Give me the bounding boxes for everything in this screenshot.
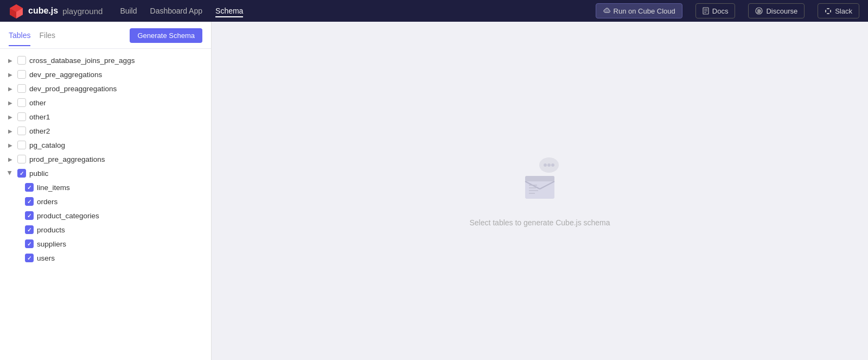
empty-state-illustration (510, 155, 570, 210)
checkbox-prod-pre[interactable] (17, 155, 26, 163)
checkbox-suppliers[interactable] (25, 239, 34, 248)
tree-item-other2[interactable]: ▶ other2 (0, 124, 211, 138)
svg-rect-19 (525, 176, 554, 181)
arrow-icon: ▶ (7, 141, 14, 149)
arrow-icon: ▶ (7, 71, 14, 78)
tree-item-cross-database[interactable]: ▶ cross_database_joins_pre_aggs (0, 53, 211, 67)
arrow-icon: ▶ (7, 169, 14, 177)
checkbox-products[interactable] (25, 225, 34, 234)
tree-item-dev-pre[interactable]: ▶ dev_pre_aggregations (0, 67, 211, 81)
tree-label: users (37, 254, 55, 262)
checkbox-public[interactable] (17, 169, 26, 178)
sidebar: Tables Files Generate Schema ▶ cross_dat… (0, 22, 212, 360)
cloud-icon (603, 8, 610, 14)
tree-item-suppliers[interactable]: suppliers (0, 237, 211, 251)
svg-rect-10 (827, 8, 829, 9)
logo-name: cube.js (28, 6, 58, 16)
checkbox-dev-prod[interactable] (17, 84, 26, 93)
discourse-icon (755, 7, 763, 15)
tree-label: prod_pre_aggregations (29, 155, 105, 163)
docs-icon (703, 7, 709, 15)
tree-label: product_categories (37, 212, 99, 220)
tree-item-other1[interactable]: ▶ other1 (0, 110, 211, 124)
tree-item-prod-pre[interactable]: ▶ prod_pre_aggregations (0, 152, 211, 166)
svg-rect-9 (825, 10, 826, 12)
checkbox-pg-catalog[interactable] (17, 141, 26, 149)
slack-label: Slack (835, 7, 852, 15)
checkbox-users[interactable] (25, 254, 34, 262)
checkbox-line-items[interactable] (25, 183, 34, 192)
empty-state-message: Select tables to generate Cube.js schema (469, 218, 610, 227)
tree-item-line-items[interactable]: line_items (0, 180, 211, 194)
tree-label: public (29, 169, 48, 178)
run-cloud-label: Run on Cube Cloud (614, 7, 675, 15)
checkbox-cross-database[interactable] (17, 56, 26, 65)
checkbox-other[interactable] (17, 98, 26, 107)
svg-point-14 (544, 163, 547, 167)
tree-item-dev-prod[interactable]: ▶ dev_prod_preaggregations (0, 81, 211, 96)
tree-item-products[interactable]: products (0, 223, 211, 237)
nav-schema[interactable]: Schema (215, 4, 243, 17)
tree-item-public[interactable]: ▶ public (0, 166, 211, 180)
tree-item-orders[interactable]: orders (0, 194, 211, 209)
docs-button[interactable]: Docs (695, 3, 736, 18)
tree-item-pg-catalog[interactable]: ▶ pg_catalog (0, 138, 211, 152)
tree-label: line_items (37, 184, 70, 192)
svg-rect-11 (830, 10, 831, 12)
tree-label: other1 (29, 113, 50, 121)
arrow-icon: ▶ (7, 155, 14, 163)
tree-label: orders (37, 198, 58, 206)
run-cloud-button[interactable]: Run on Cube Cloud (596, 3, 682, 18)
discourse-button[interactable]: Discourse (748, 3, 805, 18)
arrow-icon: ▶ (7, 99, 14, 106)
slack-button[interactable]: Slack (818, 3, 859, 18)
header: cube.js playground Build Dashboard App S… (0, 0, 868, 22)
cubejs-logo-icon (9, 3, 24, 18)
checkbox-other2[interactable] (17, 127, 26, 135)
svg-rect-12 (827, 13, 829, 14)
checkbox-product-categories[interactable] (25, 211, 34, 220)
tree-label: other2 (29, 127, 50, 135)
tab-files[interactable]: Files (39, 31, 55, 46)
slack-icon (825, 8, 832, 15)
arrow-icon: ▶ (7, 113, 14, 121)
sidebar-tabs: Tables Files Generate Schema (0, 22, 211, 49)
tree-label: other (29, 99, 46, 107)
nav-dashboard[interactable]: Dashboard App (150, 4, 203, 17)
checkbox-other1[interactable] (17, 112, 26, 121)
checkbox-orders[interactable] (25, 197, 34, 206)
svg-point-16 (551, 163, 554, 167)
tree-label: suppliers (37, 240, 66, 248)
arrow-icon: ▶ (7, 85, 14, 92)
tree-label: pg_catalog (29, 141, 65, 149)
content-area: Select tables to generate Cube.js schema (212, 22, 868, 360)
arrow-icon: ▶ (7, 127, 14, 135)
discourse-label: Discourse (766, 7, 797, 15)
docs-label: Docs (712, 7, 729, 15)
tree-label: products (37, 226, 65, 234)
checkbox-dev-pre[interactable] (17, 70, 26, 79)
tree-item-users[interactable]: users (0, 251, 211, 265)
tree-item-product-categories[interactable]: product_categories (0, 209, 211, 223)
svg-point-15 (547, 163, 551, 167)
tab-tables[interactable]: Tables (9, 31, 30, 46)
tree-item-other[interactable]: ▶ other (0, 96, 211, 110)
tree-label: dev_pre_aggregations (29, 71, 102, 79)
arrow-icon: ▶ (7, 56, 14, 64)
tree-area: ▶ cross_database_joins_pre_aggs ▶ dev_pr… (0, 49, 211, 360)
tree-label: dev_prod_preaggregations (29, 85, 117, 93)
main-layout: Tables Files Generate Schema ▶ cross_dat… (0, 22, 868, 360)
logo-area: cube.js playground (9, 3, 103, 18)
logo-subtitle: playground (62, 7, 103, 16)
tree-label: cross_database_joins_pre_aggs (29, 56, 135, 65)
generate-schema-button[interactable]: Generate Schema (130, 28, 202, 43)
nav-build[interactable]: Build (120, 4, 137, 17)
